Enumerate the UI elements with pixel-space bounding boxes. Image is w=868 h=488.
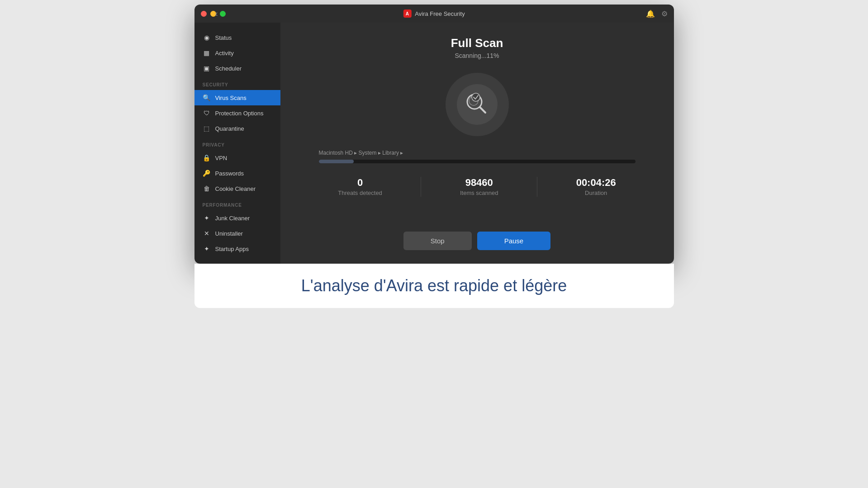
progress-section: Macintosh HD ▸ System ▸ Library ▸ [319,150,636,163]
svg-point-3 [472,93,480,101]
title-bar-right: 🔔 ⚙ [646,9,668,18]
sidebar-item-vpn[interactable]: 🔒 VPN [194,150,280,166]
title-bar: ‹ A Avira Free Security 🔔 ⚙ [194,5,674,23]
pause-button[interactable]: Pause [477,232,551,250]
stat-divider-1 [421,177,421,197]
junk-cleaner-icon: ✦ [203,214,211,222]
svg-line-2 [480,107,485,113]
sidebar-item-activity[interactable]: ▦ Activity [194,45,280,61]
main-content: Full Scan Scanning...11% [280,23,674,264]
status-icon: ◉ [203,34,211,41]
duration-value: 00:04:26 [576,177,616,189]
app-window: ‹ A Avira Free Security 🔔 ⚙ ◉ Status ▦ A… [194,5,674,264]
vpn-icon: 🔒 [203,154,211,161]
sidebar-item-quarantine-label: Quarantine [215,125,244,132]
items-value: 98460 [460,177,498,189]
startup-apps-icon: ✦ [203,245,211,252]
stop-button[interactable]: Stop [403,232,472,250]
sidebar-item-scheduler-label: Scheduler [215,65,242,72]
magnifier-svg [464,91,491,118]
sidebar-item-cookie-cleaner[interactable]: 🗑 Cookie Cleaner [194,181,280,196]
privacy-section-label: PRIVACY [194,136,280,150]
activity-icon: ▦ [203,49,211,57]
sidebar-item-status[interactable]: ◉ Status [194,30,280,45]
sidebar-item-protection-options[interactable]: 🛡 Protection Options [194,105,280,121]
maximize-button[interactable] [220,11,226,17]
protection-options-icon: 🛡 [203,109,211,117]
sidebar-item-junk-cleaner-label: Junk Cleaner [215,215,250,222]
threats-label: Threats detected [338,190,382,196]
stats-row: 0 Threats detected 98460 Items scanned 0… [319,177,636,197]
security-section-label: SECURITY [194,76,280,90]
sidebar-item-cookie-cleaner-label: Cookie Cleaner [215,185,256,192]
sidebar-item-status-label: Status [215,34,232,41]
items-label: Items scanned [460,190,498,196]
avira-logo: A [403,9,411,18]
stat-duration: 00:04:26 Duration [576,177,616,197]
sidebar-item-junk-cleaner[interactable]: ✦ Junk Cleaner [194,210,280,226]
app-title: Avira Free Security [415,10,465,17]
sidebar-item-quarantine[interactable]: ⬚ Quarantine [194,121,280,136]
performance-section-label: PERFORMANCE [194,196,280,210]
bottom-banner: L'analyse d'Avira est rapide et légère [194,264,674,308]
virus-scans-icon: 🔍 [203,94,211,101]
notification-icon[interactable]: 🔔 [646,9,655,18]
buttons-row: Stop Pause [403,232,550,250]
magnifier-wrapper [464,91,491,118]
sidebar-item-vpn-label: VPN [215,155,228,161]
traffic-lights [201,11,226,17]
sidebar-item-scheduler[interactable]: ▣ Scheduler [194,61,280,76]
title-bar-center: A Avira Free Security [403,9,465,18]
scan-title: Full Scan [451,36,503,50]
back-button[interactable]: ‹ [215,9,218,19]
stat-threats: 0 Threats detected [338,177,382,197]
sidebar-item-protection-options-label: Protection Options [215,110,264,117]
sidebar-item-uninstaller[interactable]: ✕ Uninstaller [194,226,280,241]
scan-icon-container [446,73,509,136]
duration-label: Duration [585,190,607,196]
scheduler-icon: ▣ [203,65,211,72]
sidebar: ◉ Status ▦ Activity ▣ Scheduler SECURITY… [194,23,280,264]
scan-subtitle: Scanning...11% [455,52,499,59]
sidebar-item-virus-scans[interactable]: 🔍 Virus Scans [194,90,280,105]
sidebar-item-startup-apps-label: Startup Apps [215,246,249,252]
sidebar-item-virus-scans-label: Virus Scans [215,95,247,101]
close-button[interactable] [201,11,207,17]
stat-items: 98460 Items scanned [460,177,498,197]
progress-path-text: Macintosh HD ▸ System ▸ Library ▸ [319,150,403,156]
progress-bar-fill [319,160,354,163]
stat-divider-2 [537,177,537,197]
sidebar-item-startup-apps[interactable]: ✦ Startup Apps [194,241,280,256]
sidebar-item-activity-label: Activity [215,50,234,57]
settings-icon[interactable]: ⚙ [661,9,668,18]
app-body: ◉ Status ▦ Activity ▣ Scheduler SECURITY… [194,23,674,264]
scan-icon-inner [457,84,498,125]
cookie-cleaner-icon: 🗑 [203,185,211,192]
uninstaller-icon: ✕ [203,230,211,237]
threats-value: 0 [338,177,382,189]
banner-text: L'analyse d'Avira est rapide et légère [213,276,656,295]
sidebar-item-uninstaller-label: Uninstaller [215,230,243,237]
sidebar-item-passwords-label: Passwords [215,170,244,177]
progress-path: Macintosh HD ▸ System ▸ Library ▸ [319,150,636,156]
quarantine-icon: ⬚ [203,125,211,132]
progress-bar-background [319,160,636,163]
sidebar-item-passwords[interactable]: 🔑 Passwords [194,166,280,181]
passwords-icon: 🔑 [203,170,211,177]
